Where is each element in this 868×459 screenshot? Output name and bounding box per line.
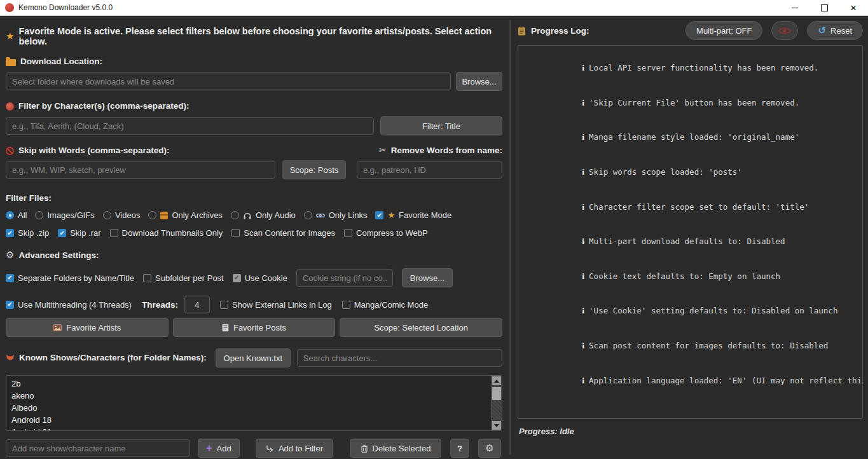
separate-folders-checkbox[interactable]: Separate Folders by Name/Title — [6, 273, 134, 283]
log-line-icon — [582, 271, 584, 282]
favorite-artists-button[interactable]: Favorite Artists — [6, 318, 169, 337]
add-to-filter-button[interactable]: Add to Filter — [256, 439, 333, 458]
scope-location-button[interactable]: Scope: Selected Location — [340, 318, 502, 337]
checkbox-icon[interactable] — [110, 229, 118, 237]
cookie-input[interactable] — [296, 269, 393, 287]
character-filter-input[interactable] — [6, 117, 374, 135]
option-label: Show External Links in Log — [232, 300, 332, 310]
folder-icon — [6, 59, 16, 66]
scan-content-checkbox[interactable]: Scan Content for Images — [231, 228, 335, 238]
remove-words-input[interactable] — [357, 161, 502, 179]
use-cookie-checkbox[interactable]: Use Cookie — [233, 273, 287, 283]
cookie-browse-button[interactable]: Browse... — [402, 268, 453, 287]
star-icon — [387, 210, 395, 220]
character-search-input[interactable] — [297, 349, 502, 367]
panel-splitter[interactable] — [509, 20, 511, 455]
log-panel: Progress Log: Multi-part: OFF Reset Loca… — [512, 16, 868, 459]
list-scrollbar[interactable] — [491, 376, 502, 430]
radio-icon[interactable] — [231, 211, 239, 219]
add-character-input[interactable] — [6, 439, 190, 457]
skip-zip-checkbox[interactable]: Skip .zip — [6, 228, 49, 238]
radio-icon[interactable] — [103, 211, 111, 219]
option-label: Use Cookie — [245, 273, 287, 283]
subfolder-per-post-checkbox[interactable]: Subfolder per Post — [143, 273, 224, 283]
list-item[interactable]: Android 18 — [6, 414, 502, 426]
filter-scope-button[interactable]: Filter: Title — [380, 116, 502, 135]
app-window: Kemono Downloader v5.0.0 Favorite Mode i… — [0, 0, 868, 459]
log-line-icon — [582, 62, 584, 74]
reset-icon — [818, 26, 826, 36]
scroll-up-button[interactable] — [492, 376, 501, 385]
option-label: Download Thumbnails Only — [122, 228, 223, 238]
minimize-button[interactable] — [780, 0, 809, 15]
scrollbar-track[interactable] — [492, 386, 502, 420]
help-button[interactable]: ? — [450, 439, 469, 458]
open-known-button[interactable]: Open Known.txt — [216, 348, 291, 367]
checkbox-icon[interactable] — [233, 274, 241, 282]
radio-only-links[interactable]: Only Links — [304, 210, 368, 220]
radio-icon[interactable] — [304, 211, 312, 219]
checkbox-icon[interactable] — [342, 301, 350, 309]
browse-button[interactable]: Browse... — [456, 72, 502, 91]
download-location-label: Download Location: — [6, 57, 502, 67]
reset-button[interactable]: Reset — [807, 21, 863, 40]
skip-scope-button[interactable]: Scope: Posts — [282, 160, 346, 179]
favorite-mode-checkbox[interactable]: Favorite Mode — [375, 210, 451, 220]
log-line — [525, 398, 856, 419]
radio-icon[interactable] — [35, 211, 43, 219]
multipart-toggle-button[interactable]: Multi-part: OFF — [685, 21, 762, 40]
list-item[interactable]: 2b — [6, 378, 502, 390]
scrollbar-thumb[interactable] — [492, 387, 501, 400]
close-button[interactable] — [839, 0, 868, 15]
option-label: Videos — [115, 210, 141, 220]
list-item[interactable]: Albedo — [6, 402, 502, 414]
radio-only-archives[interactable]: Only Archives — [148, 210, 222, 220]
scissors-icon — [379, 146, 387, 156]
checkbox-icon[interactable] — [6, 301, 14, 309]
trash-icon — [361, 444, 368, 453]
radio-only-audio[interactable]: Only Audio — [231, 210, 296, 220]
radio-all[interactable]: All — [6, 210, 27, 220]
add-button[interactable]: Add — [198, 439, 240, 458]
radio-images-gifs[interactable]: Images/GIFs — [35, 210, 94, 220]
settings-button[interactable] — [478, 439, 501, 458]
checkbox-icon[interactable] — [6, 229, 14, 237]
link-icon — [316, 212, 325, 219]
arrow-up-icon — [494, 380, 499, 383]
checkbox-icon[interactable] — [58, 229, 66, 237]
delete-selected-button[interactable]: Delete Selected — [350, 439, 441, 458]
eye-toggle-button[interactable] — [771, 21, 798, 40]
list-item[interactable]: Android 21 — [6, 426, 502, 431]
radio-icon[interactable] — [148, 211, 156, 219]
option-label: Scan Content for Images — [244, 228, 335, 238]
show-external-links-checkbox[interactable]: Show External Links in Log — [220, 300, 332, 310]
app-logo-icon — [5, 3, 14, 12]
favorite-mode-banner: Favorite Mode is active. Please select f… — [6, 26, 502, 46]
checkbox-icon[interactable] — [344, 229, 352, 237]
compress-webp-checkbox[interactable]: Compress to WebP — [344, 228, 427, 238]
arrow-curve-icon — [266, 445, 274, 452]
checkbox-icon[interactable] — [220, 301, 228, 309]
maximize-button[interactable] — [809, 0, 839, 15]
list-item[interactable]: akeno — [6, 390, 502, 402]
log-line-icon — [582, 202, 584, 213]
option-label: Compress to WebP — [356, 228, 427, 238]
checkbox-icon[interactable] — [375, 211, 383, 219]
log-line-icon — [582, 97, 584, 109]
log-line: Manga filename style loaded: 'original_n… — [525, 120, 856, 155]
checkbox-icon[interactable] — [6, 274, 14, 282]
skip-words-input[interactable] — [6, 161, 275, 179]
skip-rar-checkbox[interactable]: Skip .rar — [58, 228, 100, 238]
use-multithreading-checkbox[interactable]: Use Multithreading (4 Threads) — [6, 300, 132, 310]
manga-mode-checkbox[interactable]: Manga/Comic Mode — [342, 300, 428, 310]
radio-videos[interactable]: Videos — [103, 210, 141, 220]
threads-input[interactable] — [184, 296, 210, 313]
log-line: Cookie text defaults to: Empty on launch — [525, 259, 856, 294]
radio-icon[interactable] — [6, 211, 14, 219]
download-thumbnails-checkbox[interactable]: Download Thumbnails Only — [110, 228, 223, 238]
checkbox-icon[interactable] — [143, 274, 151, 282]
checkbox-icon[interactable] — [231, 229, 240, 237]
favorite-posts-button[interactable]: Favorite Posts — [173, 318, 336, 337]
scroll-down-button[interactable] — [492, 421, 501, 430]
download-location-input[interactable] — [6, 72, 451, 90]
